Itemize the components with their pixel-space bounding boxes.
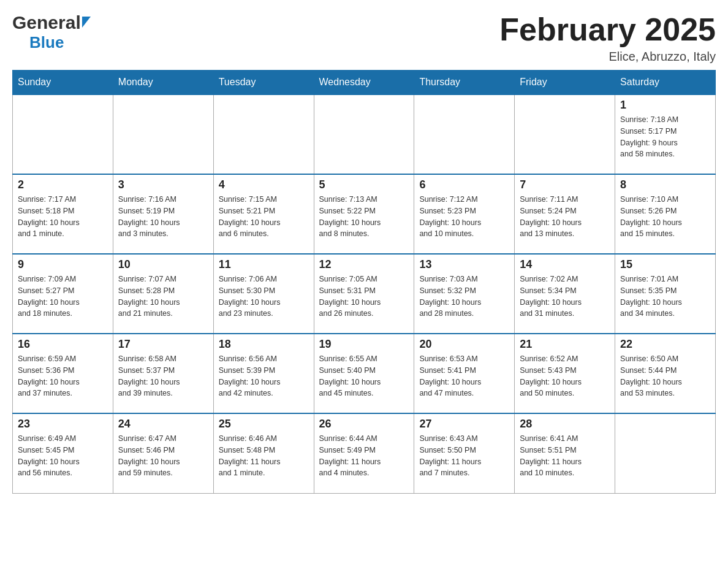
day-info: Sunrise: 6:47 AM Sunset: 5:46 PM Dayligh… <box>118 433 208 479</box>
day-info: Sunrise: 7:07 AM Sunset: 5:28 PM Dayligh… <box>118 274 208 320</box>
day-info: Sunrise: 6:52 AM Sunset: 5:43 PM Dayligh… <box>520 353 610 399</box>
calendar-week-row: 16Sunrise: 6:59 AM Sunset: 5:36 PM Dayli… <box>13 334 716 413</box>
day-info: Sunrise: 7:01 AM Sunset: 5:35 PM Dayligh… <box>620 274 710 320</box>
logo-general-text: General <box>12 12 81 33</box>
day-number: 12 <box>319 258 409 271</box>
day-info: Sunrise: 7:16 AM Sunset: 5:19 PM Dayligh… <box>118 194 208 240</box>
calendar-cell: 2Sunrise: 7:17 AM Sunset: 5:18 PM Daylig… <box>13 174 113 254</box>
day-info: Sunrise: 6:46 AM Sunset: 5:48 PM Dayligh… <box>219 433 309 479</box>
day-header-tuesday: Tuesday <box>213 71 314 95</box>
day-header-friday: Friday <box>515 71 615 95</box>
day-number: 20 <box>419 338 509 351</box>
day-number: 18 <box>219 338 309 351</box>
location: Elice, Abruzzo, Italy <box>499 50 716 64</box>
calendar-week-row: 2Sunrise: 7:17 AM Sunset: 5:18 PM Daylig… <box>13 174 716 254</box>
day-info: Sunrise: 7:06 AM Sunset: 5:30 PM Dayligh… <box>219 274 309 320</box>
day-info: Sunrise: 6:41 AM Sunset: 5:51 PM Dayligh… <box>520 433 610 479</box>
day-number: 19 <box>319 338 409 351</box>
day-info: Sunrise: 6:43 AM Sunset: 5:50 PM Dayligh… <box>419 433 509 479</box>
day-number: 28 <box>520 418 610 431</box>
day-number: 23 <box>18 418 108 431</box>
day-info: Sunrise: 6:56 AM Sunset: 5:39 PM Dayligh… <box>219 353 309 399</box>
calendar-cell: 7Sunrise: 7:11 AM Sunset: 5:24 PM Daylig… <box>515 174 615 254</box>
day-info: Sunrise: 7:18 AM Sunset: 5:17 PM Dayligh… <box>620 114 710 160</box>
day-info: Sunrise: 7:05 AM Sunset: 5:31 PM Dayligh… <box>319 274 409 320</box>
logo: General Blue <box>12 12 91 52</box>
calendar-cell: 6Sunrise: 7:12 AM Sunset: 5:23 PM Daylig… <box>414 174 515 254</box>
day-info: Sunrise: 6:44 AM Sunset: 5:49 PM Dayligh… <box>319 433 409 479</box>
calendar-cell <box>414 94 515 174</box>
day-header-saturday: Saturday <box>615 71 716 95</box>
calendar-cell: 22Sunrise: 6:50 AM Sunset: 5:44 PM Dayli… <box>615 334 716 413</box>
day-number: 16 <box>18 338 108 351</box>
day-number: 6 <box>419 178 509 191</box>
day-info: Sunrise: 7:11 AM Sunset: 5:24 PM Dayligh… <box>520 194 610 240</box>
calendar-cell <box>615 413 716 493</box>
day-info: Sunrise: 7:09 AM Sunset: 5:27 PM Dayligh… <box>18 274 108 320</box>
logo-blue-text: Blue <box>29 33 64 52</box>
calendar-table: SundayMondayTuesdayWednesdayThursdayFrid… <box>12 70 716 494</box>
day-header-thursday: Thursday <box>414 71 515 95</box>
day-number: 11 <box>219 258 309 271</box>
day-number: 8 <box>620 178 710 191</box>
day-number: 10 <box>118 258 208 271</box>
calendar-cell: 14Sunrise: 7:02 AM Sunset: 5:34 PM Dayli… <box>515 254 615 334</box>
calendar-cell: 4Sunrise: 7:15 AM Sunset: 5:21 PM Daylig… <box>213 174 314 254</box>
calendar-cell: 17Sunrise: 6:58 AM Sunset: 5:37 PM Dayli… <box>113 334 213 413</box>
calendar-cell: 15Sunrise: 7:01 AM Sunset: 5:35 PM Dayli… <box>615 254 716 334</box>
day-number: 3 <box>118 178 208 191</box>
calendar-cell <box>515 94 615 174</box>
month-title: February 2025 <box>499 12 716 47</box>
day-number: 22 <box>620 338 710 351</box>
day-number: 9 <box>18 258 108 271</box>
day-number: 13 <box>419 258 509 271</box>
calendar-cell: 5Sunrise: 7:13 AM Sunset: 5:22 PM Daylig… <box>314 174 414 254</box>
calendar-cell: 12Sunrise: 7:05 AM Sunset: 5:31 PM Dayli… <box>314 254 414 334</box>
page-header: General Blue February 2025 Elice, Abruzz… <box>12 12 716 64</box>
day-number: 5 <box>319 178 409 191</box>
calendar-cell <box>113 94 213 174</box>
calendar-cell <box>213 94 314 174</box>
day-number: 21 <box>520 338 610 351</box>
calendar-cell: 21Sunrise: 6:52 AM Sunset: 5:43 PM Dayli… <box>515 334 615 413</box>
logo-triangle-icon <box>82 17 91 28</box>
calendar-cell <box>314 94 414 174</box>
day-info: Sunrise: 7:13 AM Sunset: 5:22 PM Dayligh… <box>319 194 409 240</box>
calendar-cell <box>13 94 113 174</box>
day-number: 25 <box>219 418 309 431</box>
calendar-cell: 16Sunrise: 6:59 AM Sunset: 5:36 PM Dayli… <box>13 334 113 413</box>
calendar-cell: 28Sunrise: 6:41 AM Sunset: 5:51 PM Dayli… <box>515 413 615 493</box>
day-info: Sunrise: 6:55 AM Sunset: 5:40 PM Dayligh… <box>319 353 409 399</box>
calendar-cell: 1Sunrise: 7:18 AM Sunset: 5:17 PM Daylig… <box>615 94 716 174</box>
day-number: 15 <box>620 258 710 271</box>
day-info: Sunrise: 6:49 AM Sunset: 5:45 PM Dayligh… <box>18 433 108 479</box>
day-info: Sunrise: 7:03 AM Sunset: 5:32 PM Dayligh… <box>419 274 509 320</box>
day-info: Sunrise: 7:10 AM Sunset: 5:26 PM Dayligh… <box>620 194 710 240</box>
title-section: February 2025 Elice, Abruzzo, Italy <box>499 12 716 64</box>
day-info: Sunrise: 6:50 AM Sunset: 5:44 PM Dayligh… <box>620 353 710 399</box>
day-header-sunday: Sunday <box>13 71 113 95</box>
day-number: 4 <box>219 178 309 191</box>
calendar-cell: 25Sunrise: 6:46 AM Sunset: 5:48 PM Dayli… <box>213 413 314 493</box>
calendar-week-row: 23Sunrise: 6:49 AM Sunset: 5:45 PM Dayli… <box>13 413 716 493</box>
calendar-week-row: 9Sunrise: 7:09 AM Sunset: 5:27 PM Daylig… <box>13 254 716 334</box>
calendar-cell: 19Sunrise: 6:55 AM Sunset: 5:40 PM Dayli… <box>314 334 414 413</box>
calendar-cell: 11Sunrise: 7:06 AM Sunset: 5:30 PM Dayli… <box>213 254 314 334</box>
day-number: 24 <box>118 418 208 431</box>
day-header-wednesday: Wednesday <box>314 71 414 95</box>
day-info: Sunrise: 6:58 AM Sunset: 5:37 PM Dayligh… <box>118 353 208 399</box>
day-number: 27 <box>419 418 509 431</box>
day-number: 26 <box>319 418 409 431</box>
day-number: 1 <box>620 99 710 112</box>
calendar-cell: 24Sunrise: 6:47 AM Sunset: 5:46 PM Dayli… <box>113 413 213 493</box>
calendar-cell: 27Sunrise: 6:43 AM Sunset: 5:50 PM Dayli… <box>414 413 515 493</box>
calendar-cell: 26Sunrise: 6:44 AM Sunset: 5:49 PM Dayli… <box>314 413 414 493</box>
day-info: Sunrise: 6:53 AM Sunset: 5:41 PM Dayligh… <box>419 353 509 399</box>
calendar-cell: 8Sunrise: 7:10 AM Sunset: 5:26 PM Daylig… <box>615 174 716 254</box>
calendar-cell: 9Sunrise: 7:09 AM Sunset: 5:27 PM Daylig… <box>13 254 113 334</box>
calendar-cell: 10Sunrise: 7:07 AM Sunset: 5:28 PM Dayli… <box>113 254 213 334</box>
day-info: Sunrise: 7:12 AM Sunset: 5:23 PM Dayligh… <box>419 194 509 240</box>
calendar-header-row: SundayMondayTuesdayWednesdayThursdayFrid… <box>13 71 716 95</box>
calendar-week-row: 1Sunrise: 7:18 AM Sunset: 5:17 PM Daylig… <box>13 94 716 174</box>
calendar-cell: 13Sunrise: 7:03 AM Sunset: 5:32 PM Dayli… <box>414 254 515 334</box>
